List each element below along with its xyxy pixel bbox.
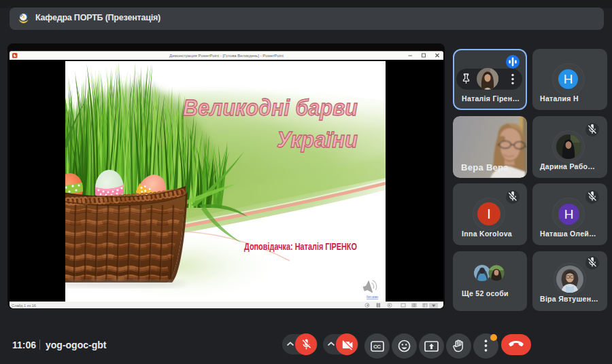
svg-text:fon.wav: fon.wav bbox=[367, 295, 379, 299]
svg-text:Великодні барви: Великодні барви bbox=[183, 94, 358, 120]
svg-text:України: України bbox=[277, 126, 358, 152]
svg-text:CC: CC bbox=[373, 344, 381, 350]
svg-text:Доповідачка: Наталія ГІРЕНКО: Доповідачка: Наталія ГІРЕНКО bbox=[244, 241, 357, 252]
